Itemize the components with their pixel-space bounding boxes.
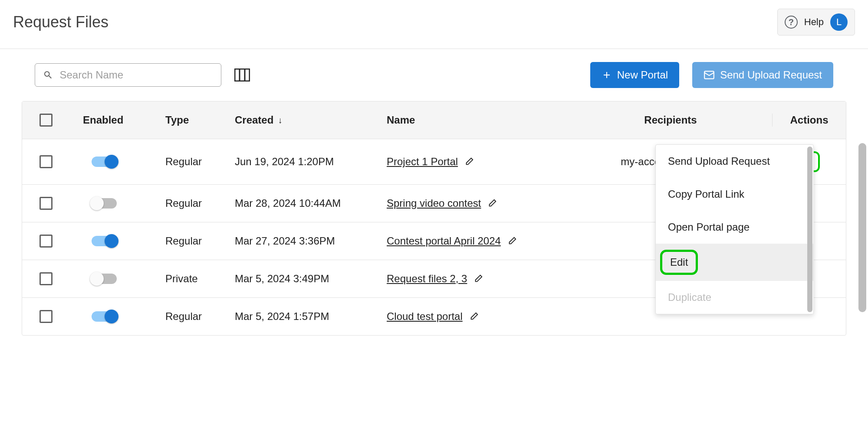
dropdown-send-upload[interactable]: Send Upload Request	[656, 145, 813, 178]
page-scrollbar[interactable]	[858, 143, 866, 312]
col-recipients-header[interactable]: Recipients	[569, 114, 772, 127]
row-checkbox[interactable]	[39, 310, 53, 323]
enabled-toggle[interactable]	[92, 236, 117, 246]
help-box[interactable]: ? Help L	[777, 9, 855, 36]
dropdown-duplicate[interactable]: Duplicate	[656, 281, 813, 314]
row-checkbox[interactable]	[39, 155, 53, 168]
avatar[interactable]: L	[830, 13, 848, 31]
help-label: Help	[804, 16, 824, 28]
portal-name-link[interactable]: Contest portal April 2024	[387, 235, 501, 247]
row-type: Regular	[165, 310, 235, 323]
edit-icon[interactable]	[469, 312, 479, 321]
dropdown-copy-link[interactable]: Copy Portal Link	[656, 178, 813, 211]
row-type: Regular	[165, 156, 235, 168]
new-portal-button[interactable]: New Portal	[590, 62, 679, 88]
columns-icon[interactable]	[234, 68, 250, 82]
row-created: Mar 5, 2024 3:49PM	[235, 273, 387, 285]
row-type: Regular	[165, 235, 235, 247]
search-icon	[43, 69, 53, 81]
portal-name-link[interactable]: Request files 2, 3	[387, 273, 467, 285]
svg-rect-0	[235, 69, 250, 81]
col-created-header[interactable]: Created ↓	[235, 114, 387, 127]
portal-name-link[interactable]: Cloud test portal	[387, 310, 463, 323]
plus-icon	[602, 70, 612, 80]
edit-icon[interactable]	[507, 236, 517, 246]
toolbar: New Portal Send Upload Request	[0, 49, 868, 101]
enabled-toggle[interactable]	[92, 198, 117, 209]
mail-icon	[704, 69, 715, 81]
row-created: Mar 27, 2024 3:36PM	[235, 235, 387, 247]
edit-icon[interactable]	[473, 274, 483, 284]
row-created: Mar 5, 2024 1:57PM	[235, 310, 387, 323]
row-checkbox[interactable]	[39, 197, 53, 210]
sort-down-icon: ↓	[278, 115, 282, 125]
edit-icon[interactable]	[487, 199, 497, 208]
page-title: Request Files	[13, 13, 108, 31]
send-upload-request-button[interactable]: Send Upload Request	[692, 62, 833, 88]
col-enabled-header[interactable]: Enabled	[70, 114, 165, 127]
edit-icon[interactable]	[464, 157, 474, 166]
portal-name-link[interactable]: Project 1 Portal	[387, 156, 458, 168]
table-wrap: Enabled Type Created ↓ Name Recipients A…	[0, 101, 868, 336]
portal-name-link[interactable]: Spring video contest	[387, 197, 481, 209]
help-icon: ?	[785, 16, 798, 29]
search-box[interactable]	[35, 63, 221, 87]
dropdown-edit[interactable]: Edit	[656, 244, 813, 281]
actions-dropdown: Send Upload Request Copy Portal Link Ope…	[655, 144, 814, 314]
row-type: Regular	[165, 197, 235, 209]
col-name-header[interactable]: Name	[387, 114, 569, 127]
enabled-toggle[interactable]	[92, 311, 117, 322]
page-header: Request Files ? Help L	[0, 0, 868, 49]
table-header: Enabled Type Created ↓ Name Recipients A…	[22, 101, 846, 139]
enabled-toggle[interactable]	[92, 157, 117, 167]
row-type: Private	[165, 273, 235, 285]
dropdown-open-page[interactable]: Open Portal page	[656, 211, 813, 244]
dropdown-scrollbar[interactable]	[807, 147, 812, 312]
row-created: Jun 19, 2024 1:20PM	[235, 156, 387, 168]
col-type-header[interactable]: Type	[165, 114, 235, 127]
row-created: Mar 28, 2024 10:44AM	[235, 197, 387, 209]
new-portal-label: New Portal	[617, 69, 668, 81]
search-input[interactable]	[59, 69, 213, 81]
select-all-checkbox[interactable]	[39, 114, 53, 127]
send-upload-label: Send Upload Request	[720, 69, 822, 81]
row-checkbox[interactable]	[39, 272, 53, 285]
enabled-toggle[interactable]	[92, 274, 117, 284]
row-checkbox[interactable]	[39, 235, 53, 248]
col-actions-header: Actions	[772, 114, 846, 127]
